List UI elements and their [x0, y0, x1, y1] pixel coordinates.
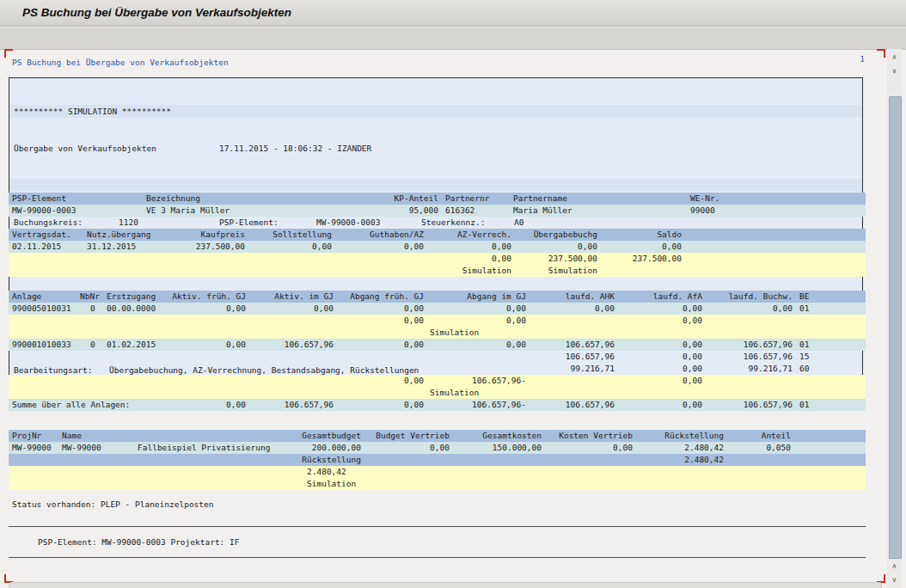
column-header: KP-Anteil: [9, 193, 438, 205]
column-header: WE-Nr.: [690, 193, 719, 205]
cell: 95,000: [9, 205, 438, 217]
scroll-up-icon[interactable]: ∧: [888, 560, 901, 573]
column-header: Partnername: [513, 193, 567, 205]
table-header-row: PSP-ElementBezeichnungKP-AnteilPartnernr…: [9, 193, 866, 205]
table-row: 02.11.201531.12.2015237.500,000,000,000,…: [9, 241, 866, 253]
scroll-down-icon[interactable]: ∨: [888, 574, 901, 586]
partner-table: PSP-ElementBezeichnungKP-AnteilPartnernr…: [9, 193, 866, 217]
sim-subtitle: Übergabe von Verkaufsobjekten: [14, 142, 156, 155]
column-header: laufd. Buchw.: [9, 291, 793, 303]
sim-banner-line: ********** SIMULATION **********: [9, 105, 862, 118]
table-row: Simulation: [9, 478, 866, 490]
cell: Simulation: [430, 327, 479, 339]
sim-subtitle-line: Übergabe von Verkaufsobjekten 17.11.2015…: [9, 142, 862, 155]
field-label: PSP-Element:: [219, 216, 279, 229]
sim-banner: ********** SIMULATION **********: [14, 105, 171, 118]
sim-blank-line: [9, 179, 862, 192]
window-title: PS Buchung bei Übergabe von Verkaufsobje…: [22, 0, 291, 26]
status-line: Status vorhanden: PLEP - Planeinzelposte…: [12, 499, 214, 511]
sap-window: { "colors": { "header_band": "#a6bedd", …: [0, 0, 906, 588]
table-row: Rückstellung2.480,42: [9, 454, 866, 466]
table-row: 0,000,000,00: [9, 315, 866, 327]
vertical-scrollbar[interactable]: ∧ ∨ ∧ ∨: [887, 49, 902, 588]
cell: 106.657,96: [9, 339, 793, 351]
sim-field-line: Buchungskreis: 1120 PSP-Element: MW-9900…: [9, 216, 862, 229]
cell: Simulation: [307, 478, 356, 490]
footer-psp-line: PSP-Element: MW-99000-0003 Projektart: I…: [38, 536, 240, 548]
separator-rule: [9, 557, 866, 558]
column-header: Saldo: [9, 229, 682, 241]
cell: 99000: [690, 205, 715, 217]
table-row: Summe über alle Anlagen:0,00106.657,960,…: [9, 399, 866, 411]
column-header: Partnernr: [445, 193, 489, 205]
column-header: Anteil: [9, 430, 791, 442]
report-title: PS Buchung bei Übergabe von Verkaufsobje…: [12, 57, 229, 69]
field-value: A0: [514, 216, 523, 229]
cell: 60: [799, 363, 809, 375]
cell: 2.480,42: [307, 466, 346, 478]
cell: Maria Müller: [513, 205, 572, 217]
sim-timestamp: 17.11.2015 - 18:06:32 - IZANDER: [219, 142, 371, 155]
separator-rule: [9, 526, 866, 527]
page-number: 1: [808, 53, 865, 65]
column-header: BE: [799, 291, 809, 303]
field-value: 1120: [119, 216, 138, 229]
scrollbar-thumb[interactable]: [889, 96, 902, 559]
table-row: Simulation: [9, 387, 866, 399]
scroll-up-icon[interactable]: ∧: [888, 52, 901, 64]
field-label: Steuerkennz.:: [421, 216, 485, 229]
cell: 0,00: [9, 315, 702, 327]
field-value: MW-99000-0003: [316, 216, 380, 229]
table-row: 990001010033001.02.20150,00106.657,960,0…: [9, 339, 866, 351]
cell: 01: [799, 399, 809, 411]
cell: 106.657,96: [9, 351, 793, 363]
cell: 616362: [445, 205, 474, 217]
table-header-row: AnlageNbNrErstzugangAktiv. früh. GJAktiv…: [9, 291, 866, 303]
table-header-row: Vertragsdat.Nutz.übergangKaufpreisSollst…: [9, 229, 866, 241]
table-header-row: ProjNrNameGesamtbudgetBudget VertriebGes…: [9, 430, 866, 442]
cell: 01: [799, 339, 809, 351]
table-row: 99.216,710,0099.216,7160: [9, 363, 866, 375]
contract-table: Vertragsdat.Nutz.übergangKaufpreisSollst…: [9, 229, 866, 277]
table-row: Simulation: [9, 327, 866, 339]
table-row: 0,00106.657,96-0,00: [9, 375, 866, 387]
cell: 01: [799, 303, 809, 315]
asset-table: AnlageNbNrErstzugangAktiv. früh. GJAktiv…: [9, 291, 866, 411]
table-row: 106.657,960,00106.657,9615: [9, 351, 866, 363]
cell: 0,00: [9, 241, 682, 253]
cell: 0,00: [9, 303, 793, 315]
cell: 237.500,00: [9, 253, 682, 265]
cell: 106.657,96: [9, 399, 793, 411]
field-label: Buchungskreis:: [14, 216, 83, 229]
table-row: 0,00237.500,00237.500,00: [9, 253, 866, 265]
cell: 0,00: [9, 375, 702, 387]
cell: Simulation: [9, 265, 597, 277]
cell: 99.216,71: [9, 363, 793, 375]
list-corner-marker-top-right: [877, 49, 885, 58]
table-row: 990005010031000.00.00000,000,000,000,000…: [9, 303, 866, 315]
scroll-down-icon[interactable]: ∨: [888, 65, 901, 77]
window-titlebar: PS Buchung bei Übergabe von Verkaufsobje…: [0, 0, 906, 27]
cell: Simulation: [430, 387, 479, 399]
table-row: MW-99000-0003VE 3 Maria Müller95,0006163…: [9, 205, 866, 217]
cell: 0,050: [9, 442, 791, 454]
project-table: ProjNrNameGesamtbudgetBudget VertriebGes…: [9, 430, 866, 490]
table-row: 2.480,42: [9, 466, 866, 478]
cell: 2.480,42: [9, 454, 724, 466]
table-row: MW-99000MW-99000Fallbeispiel Privatisier…: [9, 442, 866, 454]
horizontal-scrollbar[interactable]: [9, 582, 882, 588]
cell: 15: [799, 351, 809, 363]
table-row: SimulationSimulation: [9, 265, 866, 277]
application-toolbar: [0, 27, 906, 50]
